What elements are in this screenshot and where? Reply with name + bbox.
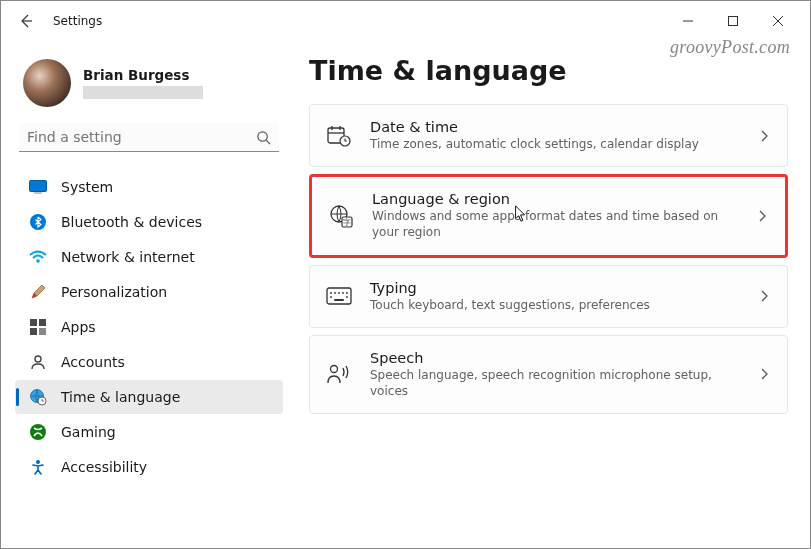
sidebar: Brian Burgess System Bluetooth & devices… — [1, 41, 291, 548]
close-button[interactable] — [755, 6, 800, 36]
globe-clock-icon — [29, 388, 47, 406]
chevron-right-icon — [757, 368, 771, 380]
svg-point-34 — [331, 366, 338, 373]
svg-rect-8 — [30, 319, 37, 326]
page-title: Time & language — [309, 55, 788, 86]
svg-point-31 — [330, 296, 332, 298]
card-desc: Touch keyboard, text suggestions, prefer… — [370, 297, 739, 313]
card-title: Typing — [370, 280, 739, 296]
card-desc: Windows and some apps format dates and t… — [372, 208, 737, 240]
wifi-icon — [29, 248, 47, 266]
maximize-icon — [728, 16, 738, 26]
apps-icon — [29, 318, 47, 336]
profile-name: Brian Burgess — [83, 67, 203, 83]
svg-rect-33 — [334, 299, 344, 301]
titlebar: Settings — [1, 1, 810, 41]
svg-rect-25 — [327, 288, 351, 304]
xbox-icon — [29, 423, 47, 441]
keyboard-icon — [326, 283, 352, 309]
svg-point-27 — [334, 292, 336, 294]
maximize-button[interactable] — [710, 6, 755, 36]
sidebar-item-personalization[interactable]: Personalization — [15, 275, 283, 309]
card-desc: Time zones, automatic clock settings, ca… — [370, 136, 739, 152]
svg-rect-11 — [39, 328, 46, 335]
sidebar-item-label: Time & language — [61, 389, 180, 405]
svg-line-3 — [266, 140, 270, 144]
svg-point-29 — [342, 292, 344, 294]
sidebar-item-label: Accounts — [61, 354, 125, 370]
sidebar-item-label: Gaming — [61, 424, 116, 440]
calendar-clock-icon — [326, 123, 352, 149]
sidebar-item-gaming[interactable]: Gaming — [15, 415, 283, 449]
minimize-button[interactable] — [665, 6, 710, 36]
svg-rect-1 — [728, 17, 737, 26]
chevron-right-icon — [755, 210, 769, 222]
speech-icon — [326, 361, 352, 387]
bluetooth-icon — [29, 213, 47, 231]
person-icon — [29, 353, 47, 371]
svg-rect-10 — [30, 328, 37, 335]
globe-character-icon: 字 — [328, 203, 354, 229]
main-content: Time & language Date & time Time zones, … — [291, 41, 810, 548]
svg-point-15 — [30, 424, 46, 440]
svg-point-26 — [330, 292, 332, 294]
sidebar-item-label: Accessibility — [61, 459, 147, 475]
back-button[interactable] — [11, 6, 41, 36]
card-title: Speech — [370, 350, 739, 366]
sidebar-item-label: Apps — [61, 319, 96, 335]
svg-point-32 — [346, 296, 348, 298]
profile-email-redacted — [83, 86, 203, 99]
sidebar-item-apps[interactable]: Apps — [15, 310, 283, 344]
accessibility-icon — [29, 458, 47, 476]
svg-point-12 — [35, 356, 41, 362]
window-title: Settings — [53, 14, 102, 28]
sidebar-item-network[interactable]: Network & internet — [15, 240, 283, 274]
card-typing[interactable]: Typing Touch keyboard, text suggestions,… — [309, 265, 788, 328]
sidebar-item-label: Personalization — [61, 284, 167, 300]
sidebar-item-bluetooth[interactable]: Bluetooth & devices — [15, 205, 283, 239]
search-input[interactable] — [27, 129, 256, 145]
system-icon — [29, 178, 47, 196]
svg-rect-5 — [34, 193, 42, 194]
minimize-icon — [683, 16, 693, 26]
svg-text:字: 字 — [343, 218, 351, 227]
card-title: Language & region — [372, 191, 737, 207]
svg-point-28 — [338, 292, 340, 294]
card-language-region[interactable]: 字 Language & region Windows and some app… — [309, 174, 788, 257]
search-box[interactable] — [19, 123, 279, 152]
watermark: groovyPost.com — [670, 37, 790, 58]
window-controls — [665, 6, 800, 36]
sidebar-item-system[interactable]: System — [15, 170, 283, 204]
search-icon — [256, 130, 271, 145]
avatar — [23, 59, 71, 107]
sidebar-item-time-language[interactable]: Time & language — [15, 380, 283, 414]
svg-point-30 — [346, 292, 348, 294]
arrow-left-icon — [18, 13, 34, 29]
chevron-right-icon — [757, 290, 771, 302]
nav-list: System Bluetooth & devices Network & int… — [15, 170, 283, 484]
sidebar-item-label: Network & internet — [61, 249, 195, 265]
sidebar-item-label: System — [61, 179, 113, 195]
profile-block[interactable]: Brian Burgess — [15, 51, 283, 123]
card-desc: Speech language, speech recognition micr… — [370, 367, 739, 399]
svg-point-2 — [258, 131, 267, 140]
paintbrush-icon — [29, 283, 47, 301]
card-title: Date & time — [370, 119, 739, 135]
close-icon — [773, 16, 783, 26]
card-speech[interactable]: Speech Speech language, speech recogniti… — [309, 335, 788, 414]
svg-point-16 — [36, 460, 40, 464]
svg-rect-4 — [30, 181, 47, 192]
sidebar-item-accessibility[interactable]: Accessibility — [15, 450, 283, 484]
sidebar-item-label: Bluetooth & devices — [61, 214, 202, 230]
chevron-right-icon — [757, 130, 771, 142]
svg-point-7 — [36, 259, 40, 263]
sidebar-item-accounts[interactable]: Accounts — [15, 345, 283, 379]
svg-rect-9 — [39, 319, 46, 326]
card-date-time[interactable]: Date & time Time zones, automatic clock … — [309, 104, 788, 167]
